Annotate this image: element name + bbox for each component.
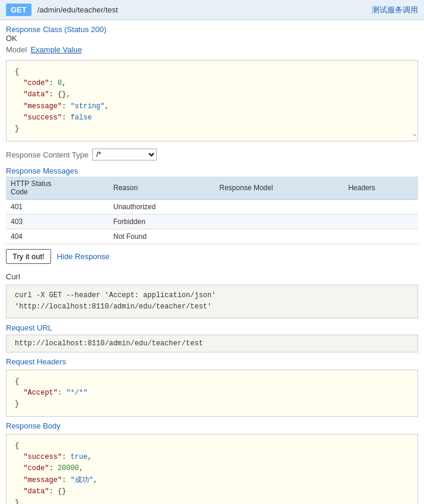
- resp-line5: "data": {}: [15, 486, 409, 497]
- endpoint-path: /admin/edu/teacher/test: [37, 5, 118, 14]
- headers-404: [343, 229, 418, 244]
- response-messages-title: Response Messages: [0, 164, 424, 177]
- try-it-out-button[interactable]: Try it out!: [6, 249, 51, 264]
- json-line-4: "message": "string",: [15, 101, 409, 112]
- model-label: Model: [6, 45, 27, 54]
- col-model: Response Model: [215, 177, 344, 200]
- request-url-value: http://localhost:8110/admin/edu/teacher/…: [15, 339, 203, 348]
- response-messages-table: HTTP StatusCode Reason Response Model He…: [6, 177, 418, 244]
- req-header-line1: {: [15, 376, 409, 388]
- curl-label: Curl: [0, 269, 424, 282]
- headers-401: [343, 200, 418, 215]
- model-row: Model Example Value: [6, 45, 418, 54]
- req-header-line2: "Accept": "*/*": [15, 388, 409, 399]
- resp-line6: }: [15, 497, 409, 504]
- col-reason: Reason: [109, 177, 215, 200]
- json-line-1: {: [15, 67, 409, 78]
- header-left: GET /admin/edu/teacher/test: [6, 4, 118, 16]
- request-url-box: http://localhost:8110/admin/edu/teacher/…: [6, 335, 418, 352]
- json-line-3: "data": {},: [15, 89, 409, 100]
- req-header-line3: }: [15, 399, 409, 410]
- curl-command: curl -X GET --header 'Accept: applicatio…: [15, 291, 216, 311]
- table-row: 403 Forbidden: [6, 215, 418, 229]
- model-401: [215, 200, 344, 215]
- table-row: 404 Not Found: [6, 229, 418, 244]
- request-headers-box: { "Accept": "*/*" }: [6, 370, 418, 417]
- response-body-box: { "success": true, "code": 20000, "messa…: [6, 434, 418, 504]
- status-404: 404: [6, 229, 109, 244]
- reason-404: Not Found: [109, 229, 215, 244]
- reason-401: Unauthorized: [109, 200, 215, 215]
- example-json-box: { "code": 0, "data": {}, "message": "str…: [6, 60, 418, 141]
- resp-line3: "code": 20000,: [15, 463, 409, 474]
- response-body-label: Response Body: [6, 421, 418, 430]
- action-btn-row: Try it out! Hide Response: [0, 244, 424, 269]
- hide-response-link[interactable]: Hide Response: [57, 252, 110, 261]
- resp-line1: {: [15, 440, 409, 452]
- resp-line4: "message": "成功",: [15, 475, 409, 486]
- content-type-select[interactable]: /* application/json: [92, 149, 157, 160]
- col-headers: Headers: [343, 177, 418, 200]
- test-service-link[interactable]: 测试服务调用: [372, 5, 418, 15]
- status-403: 403: [6, 215, 109, 229]
- col-status-code: HTTP StatusCode: [6, 177, 109, 200]
- api-header: GET /admin/edu/teacher/test 测试服务调用: [0, 0, 424, 20]
- example-value-link[interactable]: Example Value: [30, 45, 81, 54]
- content-type-label: Response Content Type: [6, 150, 88, 159]
- curl-command-box: curl -X GET --header 'Accept: applicatio…: [6, 285, 418, 318]
- table-row: 401 Unauthorized: [6, 200, 418, 215]
- response-class-title: Response Class (Status 200): [6, 25, 418, 34]
- request-url-label: Request URL: [6, 323, 418, 332]
- status-401: 401: [6, 200, 109, 215]
- headers-403: [343, 215, 418, 229]
- json-line-5: "success": false: [15, 112, 409, 124]
- response-status-ok: OK: [6, 34, 418, 43]
- response-class-area: Response Class (Status 200) OK Model Exa…: [0, 20, 424, 56]
- model-404: [215, 229, 344, 244]
- resize-handle: ↘: [413, 130, 416, 140]
- json-line-2: "code": 0,: [15, 78, 409, 89]
- resp-line2: "success": true,: [15, 452, 409, 463]
- content-type-row: Response Content Type /* application/jso…: [0, 145, 424, 164]
- json-line-6: }: [15, 124, 409, 135]
- request-headers-label: Request Headers: [6, 357, 418, 366]
- reason-403: Forbidden: [109, 215, 215, 229]
- http-method-badge: GET: [6, 4, 31, 16]
- model-403: [215, 215, 344, 229]
